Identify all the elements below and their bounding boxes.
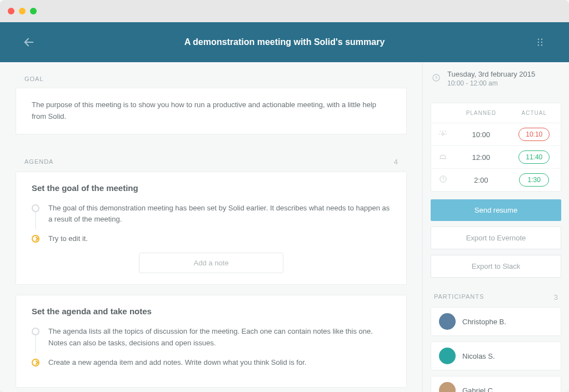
meeting-date: Tuesday, 3rd february 2015 xyxy=(447,70,535,78)
agenda-item-notes: The agenda lists all the topics of discu… xyxy=(32,326,391,368)
content-area: GOAL The purpose of this meeting is to s… xyxy=(0,62,569,392)
planned-value: 12:00 xyxy=(455,148,508,167)
window-titlebar xyxy=(0,0,569,22)
avatar xyxy=(439,382,456,392)
note-bullet-icon xyxy=(32,328,39,335)
action-bullet-icon xyxy=(32,359,39,366)
note-text[interactable]: The agenda lists all the topics of discu… xyxy=(48,326,391,349)
svg-line-12 xyxy=(440,131,441,132)
note-row: The goal of this demonstration meeting h… xyxy=(32,203,391,226)
goal-label-text: GOAL xyxy=(24,76,44,82)
avatar xyxy=(439,313,456,330)
participant-row[interactable]: Christophe B. xyxy=(431,307,561,336)
sunset-icon xyxy=(431,146,455,168)
time-row: 10:00 10:10 xyxy=(431,123,561,146)
sunrise-icon xyxy=(431,123,455,145)
avatar xyxy=(439,348,456,364)
menu-button[interactable] xyxy=(527,37,553,47)
participants-count: 3 xyxy=(554,293,558,301)
clock-icon xyxy=(431,169,455,191)
window-close-icon[interactable] xyxy=(8,8,14,14)
actual-label: ACTUAL xyxy=(508,103,561,123)
note-bullet-icon xyxy=(32,204,39,212)
actual-pill: 11:40 xyxy=(518,150,550,164)
actual-pill: 10:10 xyxy=(518,128,550,141)
main-column: GOAL The purpose of this meeting is to s… xyxy=(0,62,422,392)
app-body: A demonstration meeting with Solid's sum… xyxy=(0,22,569,392)
note-row: The agenda lists all the topics of discu… xyxy=(32,326,391,349)
note-text[interactable]: Try to edit it. xyxy=(48,233,391,245)
agenda-section-label: AGENDA 4 xyxy=(0,144,422,172)
goal-text: The purpose of this meeting is to show y… xyxy=(32,99,391,123)
participant-row[interactable]: Nicolas S. xyxy=(431,341,561,370)
export-slack-button[interactable]: Export to Slack xyxy=(431,255,561,278)
note-text[interactable]: The goal of this demonstration meeting h… xyxy=(48,203,391,226)
participant-name: Gabriel C. xyxy=(462,386,495,393)
sidebar: Tuesday, 3rd february 2015 10:00 - 12:00… xyxy=(422,62,569,392)
svg-point-8 xyxy=(442,133,444,135)
goal-section-label: GOAL xyxy=(0,62,422,88)
meeting-time-range: 10:00 - 12:00 am xyxy=(447,79,535,87)
participant-name: Christophe B. xyxy=(462,318,506,326)
planned-value: 10:00 xyxy=(455,125,508,144)
agenda-item: Set the goal of the meeting The goal of … xyxy=(16,172,407,285)
time-row: 2:00 1:30 xyxy=(431,169,561,191)
mac-window: A demonstration meeting with Solid's sum… xyxy=(0,0,569,392)
planned-label: PLANNED xyxy=(455,103,508,123)
arrow-left-icon xyxy=(23,36,35,48)
timeline-line xyxy=(35,335,36,353)
svg-point-6 xyxy=(541,44,542,46)
action-bullet-icon xyxy=(32,235,39,243)
participants-label: PARTICIPANTS xyxy=(434,293,484,301)
goal-card: The purpose of this meeting is to show y… xyxy=(16,88,407,134)
export-evernote-button[interactable]: Export to Evernote xyxy=(431,227,561,249)
timeline-line xyxy=(35,212,36,229)
back-button[interactable] xyxy=(16,36,42,48)
svg-line-13 xyxy=(445,131,446,132)
actual-pill: 1:30 xyxy=(519,173,549,187)
participants-section-label: PARTICIPANTS 3 xyxy=(423,283,569,307)
window-zoom-icon[interactable] xyxy=(30,8,37,14)
svg-point-3 xyxy=(538,42,539,43)
time-row: 12:00 11:40 xyxy=(431,146,561,169)
drag-grid-icon xyxy=(535,37,545,47)
meeting-datetime: Tuesday, 3rd february 2015 10:00 - 12:00… xyxy=(423,62,569,95)
agenda-item-title: Set the agenda and take notes xyxy=(32,306,391,316)
svg-point-2 xyxy=(541,39,542,40)
clock-icon xyxy=(432,73,441,84)
agenda-count: 4 xyxy=(394,158,398,166)
send-resume-button[interactable]: Send resume xyxy=(431,199,561,221)
app-header: A demonstration meeting with Solid's sum… xyxy=(0,22,569,62)
agenda-item-notes: The goal of this demonstration meeting h… xyxy=(32,203,391,245)
svg-point-1 xyxy=(538,39,539,40)
participant-row[interactable]: Gabriel C. xyxy=(431,376,561,392)
planned-value: 2:00 xyxy=(455,170,508,190)
note-text[interactable]: Create a new agenda item and add notes. … xyxy=(48,357,391,369)
agenda-item-title: Set the goal of the meeting xyxy=(32,183,391,193)
svg-point-5 xyxy=(538,44,539,46)
svg-point-4 xyxy=(541,42,542,43)
agenda-item: Set the agenda and take notes The agenda… xyxy=(16,295,407,388)
participant-name: Nicolas S. xyxy=(462,352,495,360)
page-title: A demonstration meeting with Solid's sum… xyxy=(42,37,527,47)
agenda-label-text: AGENDA xyxy=(24,158,53,165)
add-note-button[interactable]: Add a note xyxy=(139,253,283,273)
time-table: PLANNED ACTUAL 10:00 10:10 xyxy=(431,103,561,192)
note-row: Try to edit it. xyxy=(32,233,391,245)
time-table-head: PLANNED ACTUAL xyxy=(431,103,561,123)
window-minimize-icon[interactable] xyxy=(19,8,26,14)
note-row: Create a new agenda item and add notes. … xyxy=(32,357,391,369)
